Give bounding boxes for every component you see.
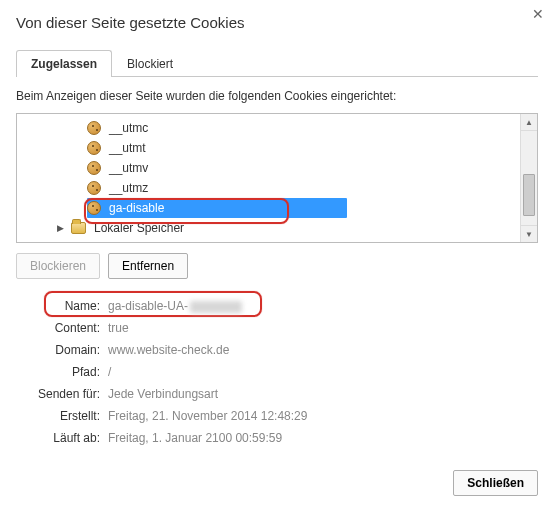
cookie-item[interactable]: __utmc xyxy=(17,118,537,138)
label-content: Content: xyxy=(20,321,108,335)
folder-item[interactable]: ▶ Lokaler Speicher xyxy=(17,218,537,238)
cookie-tree[interactable]: __utmc __utmt __utmv __utmz ga-disable ▶ xyxy=(16,113,538,243)
folder-label: Lokaler Speicher xyxy=(94,221,184,235)
label-created: Erstellt: xyxy=(20,409,108,423)
cookie-icon xyxy=(87,181,101,195)
close-icon[interactable]: ✕ xyxy=(532,6,544,22)
cookie-details: Name: ga-disable-UA- Content: true Domai… xyxy=(20,295,538,449)
label-path: Pfad: xyxy=(20,365,108,379)
label-expires: Läuft ab: xyxy=(20,431,108,445)
value-created: Freitag, 21. November 2014 12:48:29 xyxy=(108,409,307,423)
cookie-dialog: ✕ Von dieser Seite gesetzte Cookies Zuge… xyxy=(0,0,554,465)
scroll-thumb[interactable] xyxy=(523,174,535,216)
remove-button[interactable]: Entfernen xyxy=(108,253,188,279)
cookie-item-selected[interactable]: ga-disable xyxy=(87,198,347,218)
tab-blocked[interactable]: Blockiert xyxy=(112,50,188,77)
block-button: Blockieren xyxy=(16,253,100,279)
label-sendfor: Senden für: xyxy=(20,387,108,401)
cookie-name: __utmc xyxy=(109,121,148,135)
value-domain: www.website-check.de xyxy=(108,343,229,357)
cookie-name: __utmz xyxy=(109,181,148,195)
cookie-name: ga-disable xyxy=(109,201,164,215)
dialog-title: Von dieser Seite gesetzte Cookies xyxy=(16,14,538,31)
cookie-item[interactable]: __utmz xyxy=(17,178,537,198)
close-button[interactable]: Schließen xyxy=(453,470,538,496)
value-expires: Freitag, 1. Januar 2100 00:59:59 xyxy=(108,431,282,445)
dialog-footer: Schließen xyxy=(453,470,538,496)
folder-icon xyxy=(71,222,86,234)
value-content: true xyxy=(108,321,129,335)
cookie-icon xyxy=(87,201,101,215)
cookie-icon xyxy=(87,141,101,155)
scrollbar[interactable]: ▲ ▼ xyxy=(520,114,537,242)
label-name: Name: xyxy=(20,299,108,313)
chevron-right-icon[interactable]: ▶ xyxy=(57,223,67,233)
intro-text: Beim Anzeigen dieser Seite wurden die fo… xyxy=(16,89,538,103)
cookie-name: __utmv xyxy=(109,161,148,175)
tab-bar: Zugelassen Blockiert xyxy=(16,49,538,77)
value-name: ga-disable-UA- xyxy=(108,299,242,313)
redacted-blur xyxy=(190,301,242,313)
scroll-down-icon[interactable]: ▼ xyxy=(521,225,537,242)
cookie-icon xyxy=(87,121,101,135)
scroll-up-icon[interactable]: ▲ xyxy=(521,114,537,131)
cookie-name: __utmt xyxy=(109,141,146,155)
cookie-item[interactable]: __utmv xyxy=(17,158,537,178)
value-sendfor: Jede Verbindungsart xyxy=(108,387,218,401)
cookie-item[interactable]: __utmt xyxy=(17,138,537,158)
label-domain: Domain: xyxy=(20,343,108,357)
value-path: / xyxy=(108,365,111,379)
tab-allowed[interactable]: Zugelassen xyxy=(16,50,112,77)
action-buttons: Blockieren Entfernen xyxy=(16,253,538,279)
cookie-icon xyxy=(87,161,101,175)
